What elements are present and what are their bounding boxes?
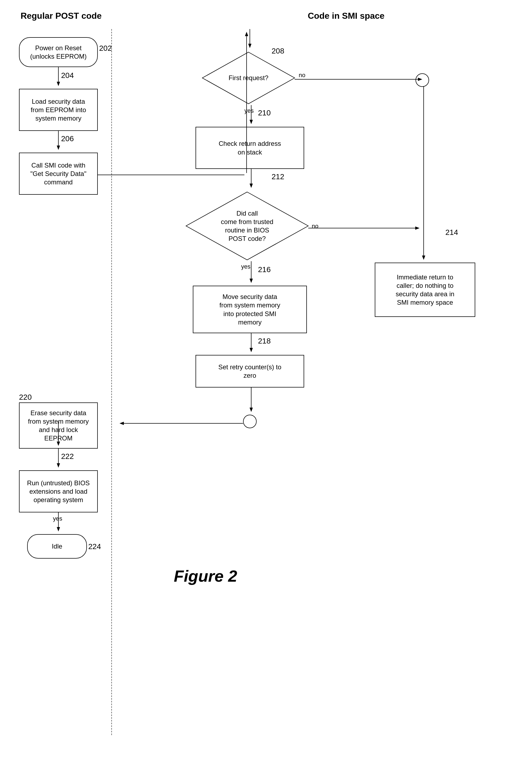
- arrow-222-idle: [56, 513, 61, 534]
- node-did-call: Did callcome from trustedroutine in BIOS…: [185, 190, 310, 261]
- svg-marker-36: [57, 442, 60, 446]
- node-did-call-label: Did callcome from trustedroutine in BIOS…: [218, 206, 276, 246]
- svg-marker-16: [249, 183, 253, 188]
- node-immediate-return: Immediate return tocaller; do nothing to…: [375, 262, 475, 317]
- label-220: 220: [19, 393, 32, 402]
- node-set-retry: Set retry counter(s) tozero: [196, 355, 304, 388]
- arrow-junction-214: [421, 227, 426, 262]
- svg-marker-29: [249, 408, 253, 412]
- label-202: 202: [99, 44, 112, 53]
- svg-marker-3: [57, 146, 60, 150]
- node-power-on-reset-label: Power on Reset(unlocks EEPROM): [30, 44, 87, 61]
- svg-marker-25: [249, 279, 253, 283]
- node-immediate-return-label: Immediate return tocaller; do nothing to…: [396, 273, 454, 307]
- arrow-202-204: [56, 67, 61, 89]
- label-214: 214: [445, 228, 458, 237]
- arrow-to-214: [386, 226, 421, 231]
- svg-marker-34: [245, 32, 248, 36]
- node-load-security-label: Load security datafrom EEPROM intosystem…: [31, 97, 86, 123]
- svg-marker-27: [249, 348, 253, 352]
- svg-marker-14: [249, 120, 253, 124]
- node-run-bios: Run (untrusted) BIOSextensions and loado…: [19, 470, 98, 513]
- left-column-header: Regular POST code: [11, 11, 111, 21]
- label-218: 218: [258, 337, 271, 345]
- header-row: Regular POST code Code in SMI space: [11, 11, 521, 21]
- arrow-206-up: [244, 29, 249, 173]
- label-210: 210: [258, 108, 271, 117]
- arrow-220-222: [56, 449, 61, 470]
- svg-marker-1: [57, 82, 60, 86]
- right-column-header: Code in SMI space: [171, 11, 521, 21]
- label-216: 216: [258, 265, 271, 274]
- svg-marker-5: [57, 463, 60, 468]
- arrow-216-218: [248, 333, 254, 355]
- arrow-circle-220: [56, 421, 61, 449]
- node-check-return: Check return addresson stack: [196, 127, 304, 169]
- arrow-circle-left: [117, 421, 243, 426]
- node-power-on-reset: Power on Reset(unlocks EEPROM): [19, 37, 98, 67]
- junction-circle-bottom: [243, 415, 257, 428]
- arrow-206-right: [98, 172, 250, 178]
- label-206: 206: [61, 135, 74, 143]
- node-check-return-label: Check return addresson stack: [219, 139, 281, 156]
- diagram-area: Power on Reset(unlocks EEPROM) 202 204 L…: [11, 29, 521, 735]
- node-set-retry-label: Set retry counter(s) tozero: [218, 363, 281, 380]
- node-run-bios-label: Run (untrusted) BIOSextensions and loado…: [27, 479, 90, 504]
- node-call-smi: Call SMI code with"Get Security Data"com…: [19, 153, 98, 195]
- svg-marker-23: [422, 255, 425, 260]
- arrow-204-206: [56, 131, 61, 153]
- label-204: 204: [61, 71, 74, 80]
- svg-marker-7: [57, 527, 60, 531]
- node-move-security-label: Move security datafrom system memoryinto…: [219, 293, 280, 326]
- node-idle-label: Idle: [52, 542, 63, 550]
- label-224: 224: [88, 542, 101, 551]
- figure-caption: Figure 2: [174, 567, 237, 586]
- node-move-security: Move security datafrom system memoryinto…: [193, 286, 307, 333]
- arrow-218-circle: [248, 388, 254, 415]
- line-right-vertical: [421, 86, 426, 227]
- node-idle: Idle: [27, 534, 87, 559]
- node-call-smi-label: Call SMI code with"Get Security Data"com…: [30, 161, 86, 186]
- svg-marker-31: [120, 422, 124, 425]
- arrow-208-yes: [248, 105, 254, 127]
- divider-line: [111, 29, 112, 735]
- node-first-request-label: First request?: [226, 71, 271, 85]
- label-212: 212: [272, 172, 284, 181]
- label-222: 222: [61, 452, 74, 461]
- junction-circle-top: [415, 73, 429, 87]
- arrow-208-no: [295, 77, 425, 82]
- page: Regular POST code Code in SMI space Powe…: [0, 0, 532, 778]
- arrow-212-216: [248, 261, 254, 286]
- node-load-security: Load security datafrom EEPROM intosystem…: [19, 89, 98, 131]
